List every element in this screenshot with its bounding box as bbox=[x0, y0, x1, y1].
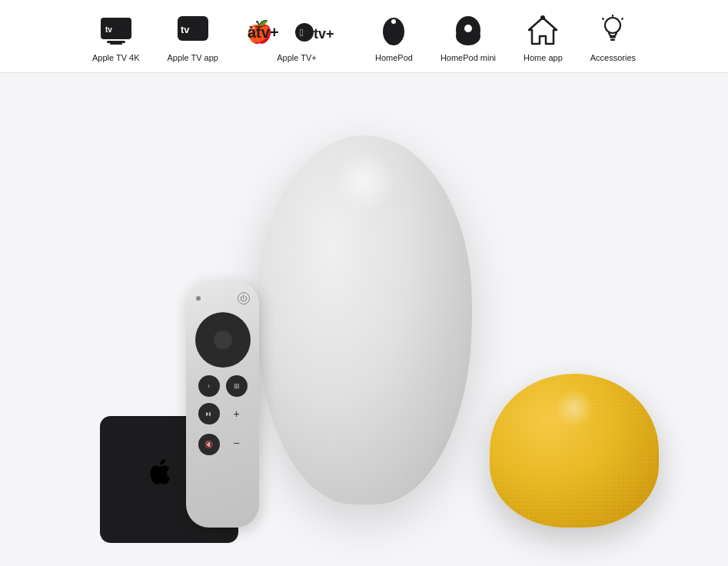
remote-back-button: ‹ bbox=[198, 375, 220, 397]
svg-text:tv+: tv+ bbox=[314, 26, 334, 42]
remote-tv-button: ⊞ bbox=[226, 375, 248, 397]
nav-label-apple-tv-plus: Apple TV+ bbox=[277, 53, 316, 63]
hero-section: ⏻ ‹ ⊞ ⏯ + 🔇 − bbox=[0, 73, 728, 566]
svg-text::  bbox=[300, 27, 304, 38]
apple-tv-4k-icon: tv bbox=[96, 15, 136, 47]
svg-point-8 bbox=[295, 23, 314, 42]
svg-point-13 bbox=[391, 19, 396, 24]
svg-text:àtv+: àtv+ bbox=[248, 24, 279, 41]
nav-item-homepod[interactable]: HomePod bbox=[361, 15, 427, 72]
svg-point-18 bbox=[605, 18, 620, 33]
nav-label-apple-tv-4k: Apple TV 4K bbox=[92, 53, 140, 63]
remote-mic-dot bbox=[196, 296, 201, 301]
accessories-icon bbox=[600, 15, 625, 47]
homepod-icon bbox=[380, 15, 407, 47]
remote-play-pause-button: ⏯ bbox=[198, 403, 220, 424]
apple-tv-plus-icon: 🍎 àtv+  tv+ bbox=[246, 15, 347, 47]
nav-item-homepod-mini[interactable]: HomePod mini bbox=[427, 15, 510, 72]
svg-point-17 bbox=[540, 15, 545, 20]
remote-nav-buttons: ‹ ⊞ bbox=[198, 375, 248, 397]
homepod-mini-icon bbox=[452, 15, 484, 47]
product-nav-bar: tv Apple TV 4K tv Apple TV app 🍎 àtv+  … bbox=[0, 0, 728, 73]
nav-item-home-app[interactable]: Home app bbox=[510, 15, 577, 72]
svg-line-23 bbox=[622, 18, 623, 19]
apple-tv-app-icon: tv bbox=[175, 15, 211, 47]
remote-minus-button: − bbox=[226, 432, 248, 454]
homepod-mini-product bbox=[490, 374, 667, 543]
nav-item-apple-tv-app[interactable]: tv Apple TV app bbox=[153, 15, 231, 72]
nav-item-apple-tv-4k[interactable]: tv Apple TV 4K bbox=[78, 15, 154, 72]
svg-text:tv: tv bbox=[105, 25, 112, 34]
siri-remote-product: ⏻ ‹ ⊞ ⏯ + 🔇 − bbox=[186, 281, 259, 528]
svg-text:tv: tv bbox=[181, 24, 190, 35]
svg-line-22 bbox=[603, 18, 603, 19]
nav-label-accessories: Accessories bbox=[590, 53, 636, 63]
remote-plus-button: + bbox=[226, 403, 248, 424]
homepod-large-product bbox=[238, 135, 491, 566]
homepod-body bbox=[257, 135, 472, 504]
hero-image-container: ⏻ ‹ ⊞ ⏯ + 🔇 − bbox=[0, 73, 728, 566]
nav-item-apple-tv-plus[interactable]: 🍎 àtv+  tv+ Apple TV+ bbox=[232, 15, 361, 72]
remote-mute-row: 🔇 − bbox=[198, 432, 248, 455]
nav-item-accessories[interactable]: Accessories bbox=[577, 15, 650, 72]
homepod-mini-body bbox=[490, 374, 659, 528]
remote-playback-row: ⏯ + bbox=[198, 403, 248, 424]
svg-rect-19 bbox=[610, 36, 616, 38]
remote-mute-button: 🔇 bbox=[198, 434, 220, 455]
remote-clickpad bbox=[195, 312, 251, 368]
nav-label-apple-tv-app: Apple TV app bbox=[167, 53, 218, 63]
nav-label-homepod: HomePod bbox=[375, 53, 413, 63]
remote-top-row: ⏻ bbox=[196, 292, 250, 305]
homepod-mini-top-glow bbox=[555, 389, 593, 428]
home-app-icon bbox=[526, 15, 560, 47]
remote-center-button bbox=[214, 331, 232, 349]
svg-rect-2 bbox=[110, 43, 122, 45]
apple-logo-icon bbox=[146, 457, 192, 503]
nav-label-homepod-mini: HomePod mini bbox=[440, 53, 496, 63]
svg-point-16 bbox=[464, 25, 472, 32]
homepod-top-glow bbox=[334, 151, 395, 212]
nav-label-home-app: Home app bbox=[524, 53, 563, 63]
svg-rect-20 bbox=[610, 38, 615, 41]
svg-rect-1 bbox=[107, 41, 125, 43]
remote-power-button: ⏻ bbox=[238, 292, 250, 305]
